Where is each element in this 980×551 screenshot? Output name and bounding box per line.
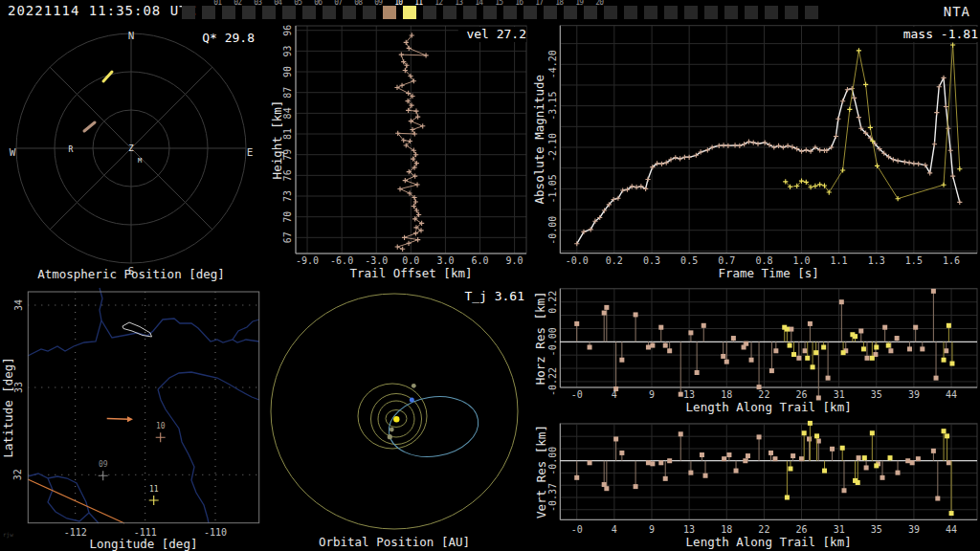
station-box-02[interactable] bbox=[222, 6, 235, 19]
station-box-18[interactable] bbox=[544, 6, 557, 19]
station-number: 14 bbox=[465, 0, 482, 7]
station-box-16[interactable] bbox=[503, 6, 517, 19]
y-tick-label: -0.22 bbox=[548, 367, 559, 396]
station-slot-blank-30 bbox=[785, 0, 804, 23]
x-tick-label: 6.0 bbox=[471, 255, 488, 266]
station-slot-20: 20 bbox=[584, 0, 603, 23]
station-box-05[interactable] bbox=[282, 6, 296, 19]
compass-E: E bbox=[247, 146, 254, 159]
vert-residuals-panel: -0491318222631353944-0.00-0.37Length Alo… bbox=[532, 416, 980, 551]
horz-residuals-panel: -04913182226313539440.22-0.00-0.22Length… bbox=[532, 281, 980, 416]
station-box-07[interactable] bbox=[323, 6, 336, 19]
panel-caption: Atmospheric Position [deg] bbox=[37, 267, 225, 281]
mars-orbit bbox=[358, 384, 427, 449]
y-axis-title: Horz Res [km] bbox=[534, 291, 548, 385]
y-tick-label: -2.10 bbox=[548, 133, 559, 162]
station-box-blank-24[interactable] bbox=[664, 6, 678, 19]
station-slot-14: 14 bbox=[463, 0, 482, 23]
station-box-blank-21[interactable] bbox=[604, 6, 617, 19]
station-strip: 0102030405060708091011121314151617181920 bbox=[182, 0, 852, 23]
planet-2 bbox=[390, 428, 394, 432]
x-tick-label: 18 bbox=[721, 524, 732, 535]
trail-offset-panel: -9.0-6.0-3.00.03.06.09.06770737679818487… bbox=[268, 23, 532, 281]
x-tick-label: 0.5 bbox=[680, 255, 698, 266]
y-tick-label: 73 bbox=[283, 190, 294, 202]
station-slot-blank-28 bbox=[745, 0, 764, 23]
x-tick-label: 0.3 bbox=[643, 255, 660, 266]
x-tick-label: -3.0 bbox=[365, 255, 388, 266]
x-tick-label: -0 bbox=[571, 389, 583, 400]
earth bbox=[410, 398, 414, 403]
x-tick-label: 9.0 bbox=[506, 255, 523, 266]
plot-frame bbox=[560, 424, 977, 520]
station-box-14[interactable] bbox=[463, 6, 477, 19]
x-tick-label: -0.0 bbox=[566, 255, 589, 266]
map-station-11 bbox=[149, 496, 159, 505]
series-markers bbox=[574, 76, 962, 247]
y-tick-label: 79 bbox=[283, 149, 294, 161]
station-box-01[interactable] bbox=[202, 6, 215, 19]
x-axis-title: Length Along Trail [km] bbox=[686, 400, 852, 414]
station-box-13[interactable] bbox=[443, 6, 457, 19]
x-tick-label: -112 bbox=[64, 527, 87, 538]
station-box-blank-29[interactable] bbox=[765, 6, 778, 19]
x-tick-label: 22 bbox=[758, 524, 769, 535]
map-station-label: 09 bbox=[99, 460, 108, 469]
badge-value: vel 27.2 bbox=[466, 27, 526, 41]
station-box-08[interactable] bbox=[343, 6, 356, 19]
x-tick-label: 1.0 bbox=[792, 255, 810, 266]
station-box-blank-22[interactable] bbox=[624, 6, 637, 19]
y-tick-label: 90 bbox=[283, 66, 294, 77]
station-box-blank-30[interactable] bbox=[785, 6, 798, 19]
timestamp: 20221114 11:35:08 UTC bbox=[8, 3, 197, 18]
station-11-lightcurve bbox=[783, 42, 962, 201]
station-box-11[interactable] bbox=[403, 6, 416, 19]
y-tick-label: -0.00 bbox=[548, 447, 559, 475]
x-tick-label: 26 bbox=[796, 524, 808, 535]
y-tick-label: 96 bbox=[283, 25, 294, 36]
station-slot-blank-23 bbox=[644, 0, 663, 23]
x-tick-label: 4 bbox=[612, 389, 617, 400]
x-tick-label: 0.0 bbox=[402, 255, 419, 266]
y-axis-title: Latitude [deg] bbox=[2, 357, 16, 457]
x-tick-label: 0.2 bbox=[606, 255, 623, 266]
y-tick-label: -4.20 bbox=[548, 50, 559, 78]
station-slot-blank-29 bbox=[765, 0, 784, 23]
station-box-10[interactable] bbox=[383, 6, 396, 19]
marker-M: M bbox=[138, 157, 142, 165]
station-box-19[interactable] bbox=[564, 6, 577, 19]
app-window: 20221114 11:35:08 UTC 010203040506070809… bbox=[0, 0, 980, 551]
station-box-09[interactable] bbox=[363, 6, 376, 19]
station-11-vert bbox=[785, 421, 954, 516]
jupiter-orbit bbox=[271, 294, 518, 529]
station-box-06[interactable] bbox=[302, 6, 316, 19]
station-box-blank-25[interactable] bbox=[684, 6, 698, 19]
station-box-blank-0[interactable] bbox=[182, 6, 195, 19]
border-line bbox=[28, 479, 124, 523]
x-tick-label: 9 bbox=[649, 389, 655, 400]
x-tick-label: 1.3 bbox=[868, 255, 885, 266]
station-box-04[interactable] bbox=[262, 6, 276, 19]
station-box-blank-28[interactable] bbox=[745, 6, 758, 19]
station-number: 02 bbox=[224, 0, 241, 7]
station-10-horz bbox=[574, 289, 948, 401]
station-box-17[interactable] bbox=[523, 6, 537, 19]
station-box-blank-31[interactable] bbox=[805, 6, 818, 19]
station-box-20[interactable] bbox=[584, 6, 597, 19]
station-box-blank-23[interactable] bbox=[644, 6, 657, 19]
x-tick-label: -6.0 bbox=[330, 255, 353, 266]
station-11-horz bbox=[782, 323, 954, 370]
grid bbox=[560, 289, 977, 387]
station-number: 04 bbox=[264, 0, 281, 7]
station-slot-blank-31 bbox=[805, 0, 824, 23]
station-box-12[interactable] bbox=[423, 6, 436, 19]
map-station-label: 10 bbox=[156, 422, 166, 430]
meteor-trail-tan bbox=[84, 122, 95, 131]
series-markers bbox=[574, 431, 951, 500]
x-tick-label: 4 bbox=[612, 524, 617, 535]
grid bbox=[560, 424, 977, 520]
station-box-03[interactable] bbox=[242, 6, 256, 19]
station-box-blank-27[interactable] bbox=[724, 6, 738, 19]
station-box-15[interactable] bbox=[483, 6, 497, 19]
station-box-blank-26[interactable] bbox=[704, 6, 718, 19]
